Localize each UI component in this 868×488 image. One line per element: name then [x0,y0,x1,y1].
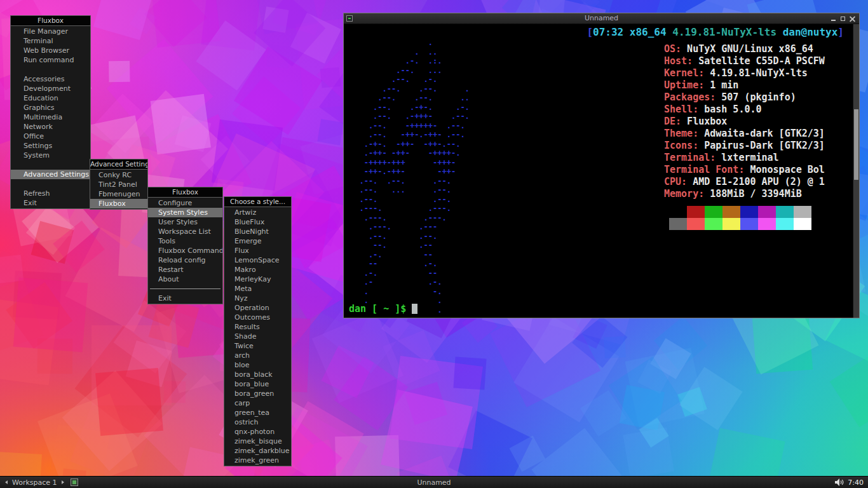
taskbar-window-title[interactable]: Unnamed [0,478,868,487]
menu-item-arch[interactable]: arch [224,351,291,360]
menu-item-exit[interactable]: Exit [11,198,90,208]
menu-item-configure[interactable]: Configure [148,198,222,208]
close-icon[interactable] [850,16,855,22]
menu-title[interactable]: Fluxbox [11,16,90,26]
menu-title[interactable]: Choose a style... [224,197,291,207]
window-menu-icon[interactable] [346,15,353,22]
workspace-label[interactable]: Workspace 1 [12,478,57,487]
menu-item-refresh[interactable]: Refresh [11,189,90,198]
desktop: Fluxbox File ManagerTerminalWeb BrowserR… [0,0,868,488]
menu-item-qnx-photon[interactable]: qnx-photon [224,427,291,437]
menu-separator [148,284,222,294]
menu-item-carp[interactable]: carp [224,398,291,408]
menu-item-run-command[interactable]: Run command [11,55,90,65]
info-line: Terminal Font: Monospace Bol [664,164,847,176]
fluxbox-root-menu: Fluxbox File ManagerTerminalWeb BrowserR… [10,15,91,209]
wallpaper-square [317,119,344,146]
menu-item-outcomes[interactable]: Outcomes [224,313,291,322]
menu-item-zimek-darkblue[interactable]: zimek_darkblue [224,446,291,456]
terminal-scrollbar[interactable] [853,24,859,318]
terminal-screen[interactable]: [07:32 x86_64 4.19.81-NuTyX-lts dan@nuty… [344,24,859,318]
color-palette-row [669,206,847,218]
menu-item-fluxbox-command[interactable]: Fluxbox Command [148,246,222,255]
menu-item-about[interactable]: About [148,274,222,284]
volume-icon[interactable] [835,478,844,486]
menu-item-emerge[interactable]: Emerge [224,236,291,246]
menu-item-green-tea[interactable]: green_tea [224,408,291,417]
menu-item-education[interactable]: Education [11,93,90,103]
menu-item-nyz[interactable]: Nyz [224,294,291,303]
menu-items: Conky RCTint2 PanelFbmenugenFluxbox [90,170,147,209]
taskbar-left: Workspace 1 [0,478,78,487]
info-line: Host: Satellite C55D-A PSCFW [664,55,847,67]
menu-item-fluxbox[interactable]: Fluxbox [90,199,147,208]
terminal-cursor [412,304,417,314]
menu-item-web-browser[interactable]: Web Browser [11,46,90,55]
menu-items: File ManagerTerminalWeb BrowserRun comma… [11,26,90,208]
workspace-prev-icon[interactable] [3,478,10,486]
menu-item-flux[interactable]: Flux [224,246,291,255]
clock: 7:40 [848,478,864,487]
menu-item-bora-green[interactable]: bora_green [224,389,291,398]
menu-item-reload-config[interactable]: Reload config [148,255,222,265]
info-line: CPU: AMD E1-2100 APU (2) @ 1 [664,176,847,188]
menu-item-restart[interactable]: Restart [148,265,222,274]
menu-item-system-styles[interactable]: System Styles [148,208,222,217]
menu-item-network[interactable]: Network [11,122,90,132]
menu-item-operation[interactable]: Operation [224,303,291,313]
info-line: OS: NuTyX GNU/Linux x86_64 [664,43,847,55]
menu-item-exit[interactable]: Exit [148,294,222,303]
menu-item-accessories[interactable]: Accessories [11,74,90,84]
menu-item-merleykay[interactable]: MerleyKay [224,274,291,284]
scrollbar-thumb[interactable] [854,109,858,180]
menu-item-multimedia[interactable]: Multimedia [11,112,90,122]
menu-item-terminal[interactable]: Terminal [11,36,90,46]
menu-item-conky-rc[interactable]: Conky RC [90,170,147,180]
menu-item-meta[interactable]: Meta [224,284,291,294]
menu-item-twice[interactable]: Twice [224,341,291,351]
terminal-window: Unnamed [07:32 x86_64 4.19.81-NuTyX-lts … [343,13,860,318]
wallpaper-square [13,277,88,352]
info-line: Icons: Papirus-Dark [GTK2/3] [664,140,847,152]
minimize-icon[interactable] [831,16,836,22]
wallpaper-square [454,356,487,390]
menu-item-artwiz[interactable]: Artwiz [224,208,291,217]
menu-item-tools[interactable]: Tools [148,236,222,246]
menu-item-user-styles[interactable]: User Styles [148,217,222,227]
menu-item-office[interactable]: Office [11,132,90,141]
menu-item-shade[interactable]: Shade [224,332,291,341]
menu-item-fbmenugen[interactable]: Fbmenugen [90,189,147,199]
menu-title[interactable]: Advanced Settings [90,159,147,170]
menu-item-makro[interactable]: Makro [224,265,291,274]
menu-item-zimek-green[interactable]: zimek_green [224,456,291,465]
wallpaper-square [95,369,163,437]
terminal-title: Unnamed [344,13,859,24]
menu-item-graphics[interactable]: Graphics [11,103,90,112]
wallpaper-square [109,61,130,83]
maximize-icon[interactable] [840,16,846,22]
iconbar-app-icon[interactable] [71,478,78,486]
menu-item-ostrich[interactable]: ostrich [224,417,291,427]
window-buttons [831,16,855,22]
advanced-settings-menu: Advanced Settings Conky RCTint2 PanelFbm… [90,159,148,210]
menu-item-results[interactable]: Results [224,322,291,332]
menu-item-bloe[interactable]: bloe [224,360,291,370]
menu-spacer [11,179,90,189]
menu-item-development[interactable]: Development [11,84,90,93]
menu-item-system[interactable]: System [11,151,90,160]
menu-item-bora-blue[interactable]: bora_blue [224,379,291,389]
workspace-next-icon[interactable] [60,478,66,486]
menu-item-lemonspace[interactable]: LemonSpace [224,255,291,265]
taskbar-right: 7:40 [835,478,868,487]
menu-item-advanced-settings[interactable]: Advanced Settings [11,170,90,179]
menu-item-workspace-list[interactable]: Workspace List [148,227,222,236]
menu-title[interactable]: Fluxbox [148,187,222,198]
menu-item-bora-black[interactable]: bora_black [224,370,291,379]
terminal-titlebar[interactable]: Unnamed [344,13,859,24]
menu-item-settings[interactable]: Settings [11,141,90,151]
menu-item-tint2-panel[interactable]: Tint2 Panel [90,180,147,189]
menu-item-bluenight[interactable]: BlueNight [224,227,291,236]
menu-item-blueflux[interactable]: BlueFlux [224,217,291,227]
menu-item-zimek-bisque[interactable]: zimek_bisque [224,437,291,446]
menu-item-file-manager[interactable]: File Manager [11,27,90,36]
